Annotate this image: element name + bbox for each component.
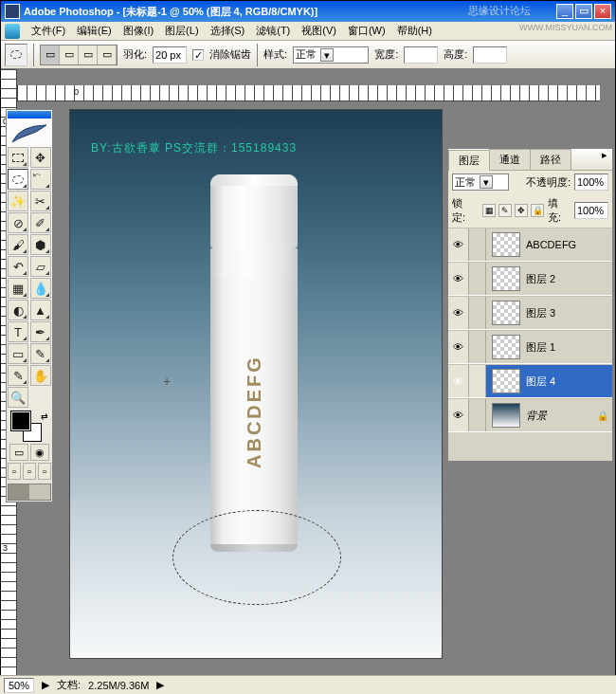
transform-center-icon[interactable]: + — [163, 374, 171, 389]
rect-marquee-tool[interactable] — [8, 147, 28, 168]
panel-menu-button[interactable]: ▸ — [597, 149, 612, 170]
slice-tool[interactable]: ⊘ — [8, 212, 28, 233]
layer-item-selected[interactable]: 👁 图层 4 — [448, 364, 612, 398]
layer-item-background[interactable]: 👁 背景 🔒 — [448, 398, 612, 432]
brush-tool[interactable]: 🖌 — [8, 234, 28, 255]
layer-name[interactable]: 图层 2 — [526, 272, 608, 286]
gradient-tool[interactable]: ▦ — [8, 278, 28, 299]
marquee-selection[interactable] — [172, 510, 341, 605]
dodge-tool[interactable]: ◐ — [8, 300, 28, 320]
history-brush-tool[interactable]: ↶ — [8, 256, 28, 277]
imageready-button[interactable] — [8, 484, 51, 501]
pen-tool[interactable]: ✒ — [30, 321, 51, 342]
menu-filter[interactable]: 滤镜(T) — [250, 22, 296, 40]
menu-file[interactable]: 文件(F) — [26, 22, 71, 40]
blend-mode-select[interactable]: 正常 ▾ — [452, 174, 509, 191]
move-tool[interactable]: ✥ — [30, 147, 51, 168]
style-select[interactable]: 正常 ▾ — [293, 46, 369, 64]
layer-thumbnail[interactable] — [492, 232, 520, 257]
feather-input[interactable] — [153, 46, 187, 64]
menu-view[interactable]: 视图(V) — [296, 22, 342, 40]
mode-intersect-button[interactable]: ▭ — [98, 46, 117, 64]
visibility-toggle[interactable]: 👁 — [448, 228, 469, 261]
width-label: 宽度: — [374, 47, 398, 62]
layer-thumbnail[interactable] — [492, 369, 520, 393]
visibility-toggle[interactable]: 👁 — [448, 297, 469, 329]
magic-wand-tool[interactable]: ✨ — [8, 191, 28, 211]
blur-tool[interactable]: 💧 — [30, 278, 51, 299]
crop-tool[interactable]: ✂ — [30, 191, 51, 211]
shape-tool[interactable]: ▭ — [8, 343, 28, 364]
visibility-toggle[interactable]: 👁 — [448, 331, 469, 363]
lasso-tool[interactable]: ⃔ — [30, 169, 51, 190]
foreground-color-swatch[interactable] — [11, 411, 30, 430]
layer-thumbnail[interactable] — [492, 301, 520, 325]
stamp-tool[interactable]: ⬢ — [30, 234, 51, 255]
document-canvas[interactable]: BY:古欲香蕈 PS交流群：155189433 ABCDEFG + — [69, 109, 443, 659]
quickmask-mode-button[interactable]: ◉ — [30, 444, 49, 461]
tab-layers[interactable]: 图层 — [448, 150, 490, 171]
fill-input[interactable] — [574, 202, 608, 219]
toolbox-titlebar[interactable] — [8, 111, 51, 119]
height-input[interactable] — [473, 46, 507, 64]
mode-add-button[interactable]: ▭ — [60, 46, 79, 64]
menu-help[interactable]: 帮助(H) — [391, 22, 438, 40]
swap-colors-icon[interactable]: ⇄ — [41, 411, 48, 421]
menu-window[interactable]: 窗口(W) — [342, 22, 391, 40]
menu-image[interactable]: 图像(I) — [118, 22, 159, 40]
width-input[interactable] — [404, 46, 438, 64]
layer-name[interactable]: 图层 4 — [526, 374, 608, 389]
ruler-horizontal[interactable]: 0 — [17, 85, 600, 101]
layer-name[interactable]: 图层 3 — [526, 306, 608, 320]
layer-name[interactable]: 背景 — [526, 409, 597, 423]
layer-name[interactable]: ABCDEFG — [526, 239, 608, 250]
lock-position-button[interactable]: ✥ — [515, 204, 528, 217]
mode-new-button[interactable]: ▭ — [41, 46, 60, 64]
tab-channels[interactable]: 通道 — [489, 149, 531, 170]
workspace: 0 3 0 ✥ ⃔ ✨ ✂ ⊘ ✐ 🖌 ⬢ ↶ ▱ ▦ 💧 ◐ ▲ T ✒ — [1, 69, 615, 676]
layer-thumbnail[interactable] — [492, 403, 520, 428]
layer-item[interactable]: 👁 图层 3 — [448, 296, 612, 330]
screen-full-menubar-button[interactable]: ▫ — [23, 463, 36, 480]
eraser-tool[interactable]: ▱ — [30, 256, 51, 277]
ellipse-marquee-tool[interactable] — [8, 169, 28, 190]
lock-transparency-button[interactable]: ▦ — [482, 204, 496, 217]
minimize-button[interactable]: _ — [556, 4, 573, 19]
type-tool[interactable]: T — [8, 321, 28, 342]
close-button[interactable]: × — [594, 4, 611, 19]
visibility-toggle[interactable]: 👁 — [448, 399, 469, 431]
standard-mode-button[interactable]: ▭ — [9, 444, 28, 461]
menu-layer[interactable]: 图层(L) — [159, 22, 204, 40]
layer-item[interactable]: 👁 图层 2 — [448, 262, 612, 296]
mode-subtract-button[interactable]: ▭ — [79, 46, 98, 64]
layer-thumbnail[interactable] — [492, 335, 520, 359]
zoom-tool[interactable]: 🔍 — [8, 387, 28, 408]
layer-name[interactable]: 图层 1 — [526, 340, 608, 355]
layer-item[interactable]: 👁 ABCDEFG — [448, 228, 612, 262]
docinfo-menu-icon[interactable]: ▶ — [156, 679, 164, 691]
screen-full-button[interactable]: ▫ — [38, 463, 51, 480]
tab-paths[interactable]: 路径 — [530, 149, 571, 170]
opacity-input[interactable] — [574, 174, 608, 191]
bottle-label-text: ABCDEFG — [210, 298, 298, 525]
menu-edit[interactable]: 编辑(E) — [71, 22, 118, 40]
current-tool-slot[interactable] — [5, 44, 27, 66]
path-select-tool[interactable]: ▲ — [30, 300, 51, 320]
visibility-toggle[interactable]: 👁 — [448, 263, 469, 295]
lock-all-button[interactable]: 🔒 — [531, 204, 544, 217]
layer-thumbnail[interactable] — [492, 266, 520, 291]
visibility-toggle[interactable]: 👁 — [448, 365, 469, 397]
screen-standard-button[interactable]: ▫ — [8, 463, 21, 480]
hand-tool[interactable]: ✋ — [30, 365, 51, 386]
maximize-button[interactable]: ▭ — [575, 4, 592, 19]
zoom-level[interactable]: 50% — [4, 678, 34, 693]
layer-item[interactable]: 👁 图层 1 — [448, 330, 612, 364]
eyedropper-tool[interactable]: ✎ — [8, 365, 28, 386]
antialias-checkbox[interactable]: ✓ — [192, 49, 204, 61]
bottle-cap — [210, 174, 298, 248]
notes-tool[interactable]: ✎ — [30, 343, 51, 364]
healing-brush-tool[interactable]: ✐ — [30, 212, 51, 233]
menu-select[interactable]: 选择(S) — [205, 22, 251, 40]
docinfo-arrow-icon[interactable]: ▶ — [42, 679, 49, 691]
lock-pixels-button[interactable]: ✎ — [498, 204, 512, 217]
